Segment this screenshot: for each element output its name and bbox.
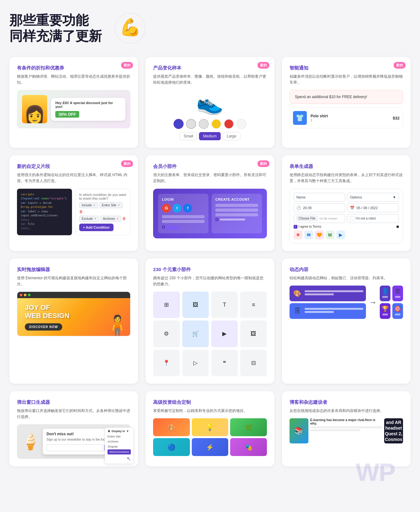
choose-file-btn[interactable]: Choose File: [296, 216, 318, 221]
display-panel-title: 🖥 Display in ▼: [108, 430, 131, 433]
time-field[interactable]: 🕐 20:39: [294, 203, 345, 212]
mini-icon-3: 🏆: [382, 305, 389, 312]
cart-item-info: Polo shirt 1: [311, 114, 389, 122]
form-row-1: Name Options ▼: [294, 193, 399, 202]
swatch-pattern[interactable]: [199, 119, 209, 129]
maximize-dot: [28, 294, 30, 296]
popup-email-input[interactable]: [47, 444, 103, 451]
portfolio-grid: 🎨 💡 🌿 🔵 ⚡ 🎭: [153, 418, 267, 456]
card-title: 博客和杂志建设者: [290, 399, 403, 405]
register-box: CREATE ACCOUNT ✓: [212, 194, 262, 233]
condition-include-row: Include ▼ Entire Site ▼ 🗑: [79, 202, 127, 214]
widget-list: ≡: [240, 292, 267, 318]
widget-quote: ❝: [211, 350, 238, 376]
size-medium[interactable]: Medium: [199, 132, 221, 140]
minimize-dot: [24, 294, 26, 296]
blog-image-1: 📚: [290, 418, 308, 443]
archives-tag[interactable]: Archives ▼: [100, 216, 121, 222]
swatch-yellow[interactable]: [211, 119, 221, 129]
new-badge: 新的: [121, 62, 133, 69]
widgets-grid: ⊞ 🖼 T ≡ ⚙ 🛒 ▶ 🖼 📍 ▷ ❝ ⊟: [153, 292, 267, 376]
captcha-field: I'm not a robot: [347, 214, 399, 223]
popup-container: 🍦 ✕ Don't miss out! Sign up to our newsl…: [17, 424, 130, 459]
page-title: 那些重要功能 同样充满了更新: [9, 13, 102, 44]
item-qty: 1: [311, 118, 389, 122]
widget-grid: ⊟: [240, 350, 267, 376]
size-options: Small Medium Large: [180, 132, 240, 140]
notification-banner: Spend an additional $10 for FREE deliver…: [290, 90, 403, 104]
coupon-preview: 👩 Hey Elli! A special discount just for …: [17, 90, 130, 128]
swatch-grey[interactable]: [186, 119, 196, 129]
blog-preview: 📚 E-learning has become a major rival.He…: [290, 418, 403, 443]
form-row-4: ✓ I agree to Terms: [294, 225, 399, 229]
card-desc: 根据客户购物详情、网站活动、地理位置等动态生成优惠券并提供折扣。: [17, 74, 130, 86]
twitter-signin[interactable]: t: [173, 204, 181, 213]
include-tag[interactable]: Include ▼: [79, 202, 98, 208]
display-opt-archives[interactable]: Archives: [108, 439, 131, 444]
swatch-red[interactable]: [224, 119, 234, 129]
name-field[interactable]: Name: [294, 193, 345, 202]
integration-arrow: ▶: [336, 231, 345, 239]
code-block: <script> {layout:set name="scripts"} var…: [17, 189, 72, 235]
display-opt-singular[interactable]: Singular: [108, 444, 131, 449]
card-desc: 创建条件消息以在结帐时显示给客户，以增加销售额并降低放弃购物车率。: [290, 74, 403, 86]
dynamic-mini-3: 🏆: [380, 303, 390, 319]
clock-icon: 🕐: [296, 206, 301, 210]
card-desc: 拥有超过 230 个小部件，您可以创建的网站类型的唯一限制就是您的想象力。: [153, 275, 267, 287]
blog-text-1: E-learning has become a major rival.Here…: [310, 418, 382, 443]
toggle-dot: [396, 225, 399, 228]
size-small[interactable]: Small: [180, 132, 197, 140]
portfolio-item-6: 🎭: [230, 438, 267, 456]
display-opt-woocommerce[interactable]: WooCommerce: [108, 449, 131, 454]
facebook-signin[interactable]: f: [183, 204, 192, 213]
widget-location: 📍: [153, 350, 180, 376]
banner-content: JOY OF WEB DESIGN DISCOVER NOW: [22, 303, 125, 331]
login-submit[interactable]: [166, 226, 179, 230]
options-label: Options: [350, 195, 362, 199]
article-desc-1: [310, 426, 382, 428]
item-price: $32: [393, 116, 400, 120]
item-name: Polo shirt: [311, 114, 389, 118]
terms-label: I agree to Terms: [299, 225, 321, 228]
color-swatches: [174, 119, 246, 129]
card-avatar-1: 🎨: [292, 288, 303, 299]
google-signin[interactable]: G: [162, 204, 171, 213]
portfolio-item-1: 🎨: [153, 418, 190, 436]
card-desc: 轻松构建高级动态网站，例如预订、活动管理器、列表等。: [290, 275, 403, 281]
terms-checkbox[interactable]: ✓: [294, 225, 297, 229]
display-opt-entire[interactable]: Entire Site: [108, 434, 131, 439]
terms-text: [220, 219, 245, 220]
add-condition-button[interactable]: + Add Condition: [79, 224, 113, 231]
entire-site-tag[interactable]: Entire Site ▼: [99, 202, 123, 208]
banner-button[interactable]: DISCOVER NOW: [25, 323, 62, 331]
product-variations-preview: 👟 Small Medium Large: [153, 90, 267, 140]
title-line1: 那些重要功能: [9, 13, 102, 28]
card-desc: 提供视觉产品变体样本、图像、颜色、按钮和收音机，以帮助客户更轻松地选择他们的变体…: [153, 74, 267, 86]
card-snippets: 新的 新的自定义片段 使用强大的条件逻辑在站点的任何位置注入脚本、样式或 HTM…: [9, 155, 138, 251]
chevron-icon: ▼: [126, 430, 129, 433]
card-popup-builder: 弹出窗口生成器 拖放弹出窗口并选择触发发它们的时间和方式。从各种弹出预设中进行选…: [9, 391, 138, 466]
swatch-blue[interactable]: [174, 119, 184, 129]
delete-condition[interactable]: 🗑: [79, 209, 83, 214]
portfolio-item-5: ⚡: [192, 438, 228, 456]
captcha-checkbox[interactable]: [350, 216, 354, 221]
line-full: [305, 290, 363, 292]
card-avatar-2: 🗄: [292, 306, 303, 316]
options-field[interactable]: Options ▼: [347, 193, 399, 202]
agree-checkbox[interactable]: ✓: [215, 218, 218, 221]
exclude-tag[interactable]: Exclude ▼: [79, 216, 99, 222]
line-full: [305, 308, 363, 310]
form-row-2: 🕐 20:39 📅 05 / 08 / 2022: [294, 203, 399, 212]
card-desc: 强大的注册表单、登录或社交登录、密码重置小部件。所有灵活和可定制的。: [153, 172, 267, 184]
card-lines-2: [305, 308, 363, 314]
card-widgets: 230 个元素小部件 拥有超过 230 个小部件，您可以创建的网站类型的唯一限制…: [146, 259, 274, 384]
remember-me-checkbox[interactable]: ✓: [162, 225, 165, 229]
register-password-input: [215, 213, 258, 216]
snippets-preview: <script> {layout:set name="scripts"} var…: [17, 189, 130, 235]
date-field[interactable]: 📅 05 / 08 / 2022: [347, 203, 399, 212]
file-field[interactable]: Choose File No file chosen: [294, 214, 345, 223]
delete-condition[interactable]: 🗑: [122, 216, 126, 221]
size-large[interactable]: Large: [223, 132, 240, 140]
swatch-white[interactable]: [236, 119, 246, 129]
display-panel: 🖥 Display in ▼ Entire Site Archives Sing…: [105, 427, 134, 464]
